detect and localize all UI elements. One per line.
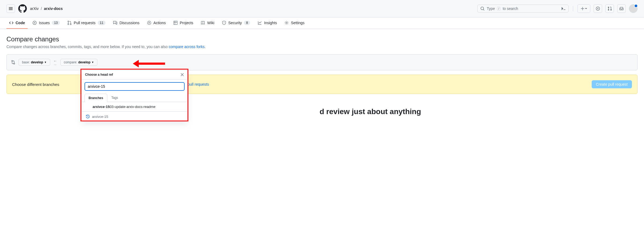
close-icon [180,73,184,77]
nav-insights[interactable]: Insights [255,17,280,29]
book-icon [201,21,205,25]
nav-pull-requests[interactable]: Pull requests 11 [65,17,108,29]
base-branch-selector[interactable]: base: develop ▼ [19,59,50,66]
history-icon [86,114,90,119]
main-content: Compare changes Compare changes across b… [0,29,644,132]
chevron-down-icon: ▼ [92,61,94,64]
compare-across-forks-link[interactable]: compare across forks [169,45,205,49]
nav-issues[interactable]: Issues 13 [30,17,63,29]
compare-branch-selector[interactable]: compare: develop ▼ [60,59,97,66]
nav-wiki[interactable]: Wiki [198,17,217,29]
gear-icon [284,21,289,25]
svg-point-6 [70,24,71,25]
search-input[interactable]: Type / to search [477,5,569,13]
plus-icon [581,7,584,10]
pulls-count: 11 [98,21,105,25]
hamburger-icon [9,6,13,11]
branch-result-item[interactable]: arxivce-1503-update-arxiv-docs-readme [82,102,187,111]
issues-button[interactable] [594,4,602,13]
arrow-left-icon: ←… [53,59,57,66]
security-count: 8 [244,21,250,25]
banner-text: Choose different branches [12,82,59,87]
comment-discussion-icon [113,21,117,25]
compare-range-bar: base: develop ▼ ←… compare: develop ▼ [6,54,638,70]
create-pull-request-button[interactable]: Create pull request [592,80,632,88]
repo-link[interactable]: arxiv-docs [44,6,63,11]
create-new-button[interactable] [577,4,590,13]
ref-filter-input[interactable] [85,82,185,91]
table-icon [173,21,178,25]
svg-rect-8 [174,21,177,25]
branches-tab[interactable]: Branches [85,94,107,102]
user-avatar[interactable] [629,4,638,13]
svg-point-5 [68,24,69,25]
search-placeholder-post: to search [503,6,518,11]
page-title: Compare changes [6,35,638,43]
issues-count: 13 [52,21,60,25]
breadcrumb: arXiv / arxiv-docs [30,6,63,11]
command-palette-icon[interactable] [561,6,566,11]
pull-requests-button[interactable] [605,4,614,13]
github-logo-icon[interactable] [18,4,27,13]
git-pull-request-icon [67,21,72,25]
nav-code[interactable]: Code [6,17,28,29]
breadcrumb-separator: / [41,6,42,11]
svg-point-11 [14,63,15,64]
tags-tab[interactable]: Tags [107,93,122,102]
inbox-icon [619,6,624,11]
nav-discussions[interactable]: Discussions [110,17,142,29]
ref-selector-popup: Choose a head ref Branches Tags arxivce-… [82,70,188,122]
recent-search-item[interactable]: arxivce-15 [82,111,187,121]
git-compare-icon [11,60,15,64]
issue-opened-icon [32,21,37,25]
page-subtitle: Compare changes across branches, commits… [6,45,638,49]
code-icon [9,21,13,25]
play-icon [147,21,151,25]
chevron-down-icon [585,8,587,10]
popup-title: Choose a head ref [85,73,113,77]
chevron-down-icon: ▼ [44,61,47,64]
hamburger-menu-button[interactable] [6,4,15,13]
inbox-button[interactable] [617,4,626,13]
svg-point-9 [286,22,287,24]
divider [573,6,573,11]
repo-nav: Code Issues 13 Pull requests 11 Discussi… [0,17,644,29]
close-button[interactable] [180,73,184,77]
global-header: arXiv / arxiv-docs Type / to search [0,0,644,17]
svg-point-4 [68,21,69,22]
search-placeholder-pre: Type [487,6,495,11]
svg-point-3 [34,22,35,23]
nav-actions[interactable]: Actions [144,17,169,29]
owner-link[interactable]: arXiv [30,6,39,11]
shield-icon [222,21,226,25]
search-slash-key: / [497,7,500,10]
issue-icon [596,6,600,11]
graph-icon [258,21,262,25]
svg-point-1 [597,8,598,9]
nav-projects[interactable]: Projects [171,17,196,29]
nav-settings[interactable]: Settings [282,17,307,29]
nav-security[interactable]: Security 8 [219,17,253,29]
search-icon [480,6,485,11]
svg-point-10 [12,60,13,61]
git-pull-request-icon [608,6,612,11]
annotation-arrow [133,61,165,66]
